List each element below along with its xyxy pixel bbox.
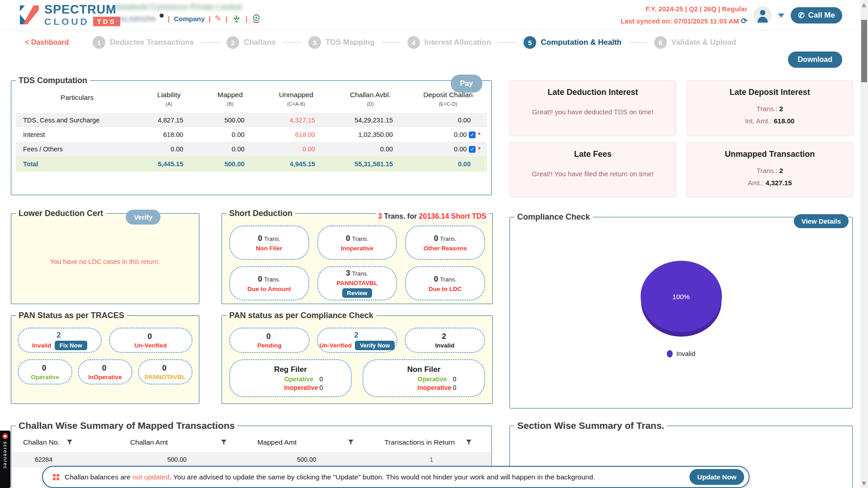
call-me-button[interactable]: ✆ Call Me: [791, 7, 842, 23]
challan-summary-title: Challan Wise Summary of Mapped Transacti…: [16, 420, 237, 431]
legend-invalid-dot: [667, 350, 673, 357]
notification-text: Challan balances are not updated. You ar…: [65, 473, 684, 481]
scroll-up-arrow-icon[interactable]: [862, 3, 866, 7]
reg-filer-box: Reg Filer Operative0 Inoperative0: [229, 359, 352, 397]
late-fees-card: Late Fees Great!! You have filed the ret…: [509, 142, 676, 197]
phone-icon: ✆: [798, 11, 804, 20]
traces-pill-inoperative: 0 InOperative: [78, 359, 132, 385]
filter-funnel-icon[interactable]: [348, 440, 354, 445]
logo-text-spectrum: SPECTRUM: [44, 4, 120, 16]
logo-icon: [17, 4, 40, 26]
app-logo: SPECTRUM CLOUD TDS: [17, 4, 120, 26]
step-2-challans[interactable]: 2 Challans: [226, 36, 276, 49]
short-deduction-banner: 3 Trans. for 20136.14 Short TDS: [376, 212, 489, 221]
company-name: Swadeshi Commerce Private Limited: [115, 3, 261, 11]
compliance-pill-unverified: 2 Un-Verified Verify Now: [317, 328, 397, 353]
user-icon: [760, 10, 765, 15]
pie-legend: Invalid: [510, 350, 852, 357]
pan-status-compliance-panel: PAN status as per Compliance Check 0 Pen…: [222, 311, 493, 404]
interest-deposit-checkbox[interactable]: [469, 131, 476, 138]
compliance-pie-chart: 100%: [641, 261, 722, 332]
traces-pill-invalid: 2 Invalid Fix Now: [18, 328, 102, 353]
tds-computation-table: Particulars Liability(A) Mapped(B) Unmap…: [11, 85, 491, 172]
challan-table-header: Challan No. Challan Amt Mapped Amt Trans…: [11, 431, 491, 452]
table-row: Interest 618.00 0.00 618.00 1,02,350.00 …: [16, 127, 487, 142]
review-button[interactable]: Review: [342, 288, 373, 298]
lower-deduction-title: Lower Deduction Cert: [16, 209, 106, 218]
filter-funnel-icon[interactable]: [67, 440, 72, 445]
challan-table-row: 62284 500.00 500.00 1: [11, 452, 491, 467]
grid-dots-icon: [53, 474, 59, 480]
compliance-pill-invalid: 2 Invalid: [405, 328, 485, 353]
traces-pill-operative: 0 Operative: [18, 359, 72, 385]
return-context: F.Y. 2024-25 | Q2 | 26Q | Regular Last s…: [621, 3, 748, 28]
refresh-sync-icon[interactable]: ⟳: [741, 17, 747, 25]
lower-deduction-cert-panel: Lower Deduction Cert Verify You have no …: [11, 209, 199, 304]
pan-status-traces-panel: PAN Status as per TRACES 2 Invalid Fix N…: [11, 311, 199, 404]
pan-compliance-title: PAN status as per Compliance Check: [226, 311, 376, 320]
short-pill-non-filer: 0Trans. Non Filer: [229, 225, 309, 260]
unmapped-transaction-card: Unmapped Transaction Trans.: 2 Amt.: 4,3…: [687, 142, 854, 197]
company-tan: CAL5203250: [115, 15, 156, 23]
step-3-tds-mapping[interactable]: 3 TDS Mapping: [308, 36, 375, 49]
transactions-in-return-link[interactable]: 1: [371, 456, 491, 463]
table-total-row: Total 5,445.15 500.00 4,945.15 55,31,581…: [16, 156, 487, 172]
scroll-down-arrow-icon[interactable]: [862, 482, 866, 486]
short-pill-due-to-amount: 0Trans. Due to Amount: [229, 266, 309, 300]
pie-center-label: 100%: [672, 293, 689, 300]
fix-now-button[interactable]: Fix Now: [55, 341, 87, 350]
scrollbar-thumb[interactable]: [861, 20, 867, 82]
fy-quarter-form-line: F.Y. 2024-25 | Q2 | 26Q | Regular: [621, 3, 748, 15]
non-filer-box: Non Filer Operative0 Inoperative0: [363, 359, 485, 397]
company-menu-link[interactable]: Company: [174, 15, 204, 23]
tds-computation-title: TDS Computation: [16, 76, 90, 85]
edit-pencil-icon[interactable]: ✎: [215, 14, 222, 23]
update-now-button[interactable]: Update Now: [689, 469, 744, 485]
company-block: Swadeshi Commerce Private Limited CAL520…: [115, 3, 261, 23]
filter-funnel-icon[interactable]: [221, 440, 226, 445]
verify-now-button[interactable]: Verify Now: [355, 341, 395, 350]
download-button[interactable]: Download: [788, 52, 842, 68]
page-scrollbar[interactable]: [860, 0, 868, 488]
section-summary-title: Section Wise Summary of Trans.: [514, 420, 667, 431]
last-synced-text: Last synced on: 07/01/2025 11:03 AM: [621, 17, 739, 25]
challan-balance-notification: Challan balances are not updated. You ar…: [42, 466, 750, 488]
step-6-validate-upload[interactable]: 6 Validate & Upload: [654, 36, 736, 49]
govt-emblem-icon[interactable]: [251, 14, 261, 23]
user-avatar[interactable]: [754, 6, 772, 24]
step-4-interest-allocation[interactable]: 4 Interest Allocation: [407, 36, 491, 49]
traces-pill-pannotavbl: 0 PANNOTAVBL: [138, 359, 193, 385]
pan-traces-title: PAN Status as per TRACES: [16, 311, 127, 320]
tds-computation-panel: TDS Computation Pay Particulars Liabilit…: [11, 76, 492, 195]
table-row: TDS, Cess and Surcharge 4,827.15 500.00 …: [16, 113, 487, 127]
short-pill-pannotavbl: 3Trans. PANNOTAVBL Review: [317, 266, 397, 300]
health-summary-cards: Late Deduction Interest Great!! you have…: [509, 80, 853, 197]
screenrec-label: screenrec: [3, 441, 8, 469]
back-to-dashboard-link[interactable]: < Dashboard: [25, 38, 69, 47]
view-details-button[interactable]: View Details: [794, 214, 849, 228]
late-deposit-interest-card: Late Deposit Interest Trans.: 2 Int. Amt…: [687, 80, 854, 136]
app-header: SPECTRUM CLOUD TDS Swadeshi Commerce Pri…: [0, 0, 860, 30]
table-row: Fees / Others 0.00 0.00 0.00 0.00 0.00 *: [16, 142, 487, 156]
verify-ldc-button[interactable]: Verify: [126, 210, 160, 225]
compliance-check-title: Compliance Check: [514, 212, 593, 222]
fees-deposit-checkbox[interactable]: [469, 146, 476, 153]
step-1-deductee-transactions[interactable]: 1 Deductee Transactions: [93, 36, 194, 49]
short-deduction-title: Short Deduction: [226, 209, 295, 218]
late-deduction-interest-card: Late Deduction Interest Great!! you have…: [509, 80, 676, 136]
short-deduction-panel: Short Deduction 3 Trans. for 20136.14 Sh…: [222, 209, 493, 304]
wizard-steps: < Dashboard 1 Deductee Transactions 2 Ch…: [0, 33, 860, 52]
compliance-check-panel: Compliance Check View Details 100% Inval…: [509, 212, 853, 408]
short-pill-other-reasons: 0Trans. Other Reasons: [405, 225, 485, 260]
record-icon: [2, 433, 8, 439]
compliance-pill-pending: 0 Pending: [229, 328, 310, 353]
screenrec-overlay[interactable]: screenrec: [0, 431, 10, 488]
short-pill-due-to-ldc: 0Trans. Due to LDC: [405, 266, 485, 300]
short-pill-inoperative: 0Trans. Inoperative: [317, 225, 397, 260]
efiling-lotus-icon[interactable]: [231, 14, 241, 23]
filter-funnel-icon[interactable]: [466, 440, 472, 445]
chevron-down-icon[interactable]: [778, 14, 784, 18]
step-5-computation-health[interactable]: 5 Computation & Health: [524, 36, 622, 49]
pay-button[interactable]: Pay: [451, 75, 482, 93]
ldc-empty-message: You have no LDC cases in this return.: [11, 258, 199, 265]
